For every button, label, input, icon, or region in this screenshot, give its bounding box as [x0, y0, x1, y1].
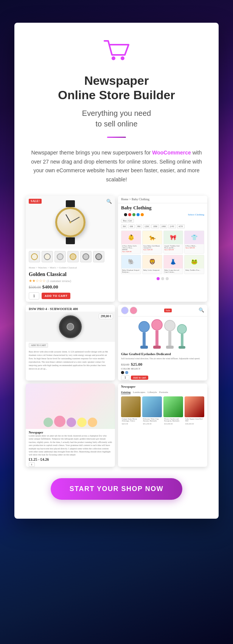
- watch-thumb-1[interactable]: [29, 251, 40, 262]
- baby-product-6[interactable]: 🦁 Baby Letter Jumpsuit: [142, 255, 162, 274]
- subwoofer-description: Bass driver with ultra-wide acoustic dom…: [26, 349, 115, 372]
- art-caption-2: Delaware Water Gap Zarautz, Bartmala: [142, 417, 162, 423]
- watch-thumb-2[interactable]: [42, 251, 53, 262]
- baby-product-1[interactable]: 👶 4 Piece Baby Girl's Allover Nou... $45…: [121, 231, 141, 254]
- color-dot-green[interactable]: [132, 213, 135, 216]
- size-1[interactable]: 3M: [121, 225, 127, 228]
- size-4[interactable]: 12M: [143, 225, 150, 228]
- fan-color-2[interactable]: [130, 307, 137, 314]
- art-cat-landscapes[interactable]: Landscapes: [133, 391, 145, 394]
- macaron-price: £1.25 - £4.26: [29, 457, 112, 462]
- color-dot-black[interactable]: [124, 213, 127, 216]
- search-icon: 🔍: [106, 199, 112, 204]
- fans-display: [118, 317, 207, 351]
- product-tags: Analog, men, Luxury, Unique: [26, 301, 115, 302]
- main-title: Newspaper Online Store Builder: [26, 73, 207, 103]
- size-3[interactable]: 9M: [136, 225, 142, 228]
- start-shop-button[interactable]: START YOUR SHOP NOW: [51, 478, 183, 500]
- watch-thumb-4[interactable]: [67, 251, 79, 262]
- fan-blue: [138, 321, 150, 349]
- size-8[interactable]: 4/5Y: [177, 225, 185, 228]
- art-screenshot: Newspaper Painting Landscapes Lifestyle …: [118, 384, 207, 467]
- baby-product-2[interactable]: 🐆 Gara Baby Girl Black Animal Pr... Save…: [142, 231, 162, 254]
- product-breadcrumb: Home > Watches > Men's > Golden Classica…: [26, 265, 115, 271]
- qty-add-row: 1 ADD TO CART: [26, 291, 115, 301]
- art-cat-painting[interactable]: Painting: [121, 391, 130, 394]
- watch-face: [55, 207, 85, 237]
- color-dot-blue[interactable]: [137, 213, 140, 216]
- watch-strap-top: [66, 200, 75, 207]
- macaron-yellow: [77, 418, 87, 427]
- svg-point-0: [112, 56, 115, 60]
- svg-point-1: [121, 56, 124, 60]
- macaron-peach: [88, 418, 97, 427]
- fan-screenshot: Sale 🔍: [118, 305, 207, 380]
- fan-stem-pink: [155, 331, 158, 346]
- screenshots-row-3: Newspaper Lorem ipsum dolor sit amet tab…: [26, 384, 207, 467]
- fan-color-blue-opt[interactable]: [125, 371, 128, 374]
- fan-base-pink: [153, 346, 161, 349]
- fan-price-new: $25.00: [131, 362, 142, 366]
- watch-main-image: [26, 196, 115, 249]
- quantity-input[interactable]: 1: [29, 292, 39, 299]
- select-clothing[interactable]: Select Clothing: [188, 213, 204, 216]
- fan-add-row: 1 Add to cart: [121, 375, 204, 380]
- fan-quantity[interactable]: 1: [121, 375, 129, 380]
- macaron-brand: Newspaper: [29, 431, 112, 434]
- macarons-stack: [43, 416, 97, 427]
- fan-search-icon: 🔍: [199, 307, 204, 313]
- fan-color-1[interactable]: [121, 307, 129, 314]
- baby-product-3[interactable]: 🎀 4 pack 'Toddler Girl Pack and Re... Sa…: [163, 231, 183, 254]
- page-dot-2[interactable]: [161, 277, 164, 280]
- art-cat-portraits[interactable]: Portraits: [159, 391, 168, 394]
- category-title: Baby Clothing: [118, 203, 207, 212]
- fan-add-to-cart[interactable]: Add to cart: [131, 376, 148, 380]
- main-card: Newspaper Online Store Builder Everythin…: [14, 23, 219, 519]
- macaron-qty[interactable]: 1: [29, 462, 35, 467]
- baby-product-8[interactable]: 🐸 Baby Toddler Pea...: [184, 255, 204, 274]
- art-item-1[interactable]: Campo Santa Maria Zobenigo, Venice $423.…: [121, 396, 141, 427]
- page-dot-3[interactable]: [166, 277, 169, 280]
- art-caption-1: Campo Santa Maria Zobenigo, Venice: [121, 417, 141, 423]
- fan-title: Glue Grafted Eyelashes Dedicated: [121, 352, 204, 357]
- watch-thumb-5[interactable]: [80, 251, 92, 262]
- center-dot: [70, 221, 71, 223]
- woocommerce-link[interactable]: WooCommerce: [152, 150, 191, 156]
- size-6[interactable]: 24M: [160, 225, 167, 228]
- baby-product-7[interactable]: 👗 Baby Long-sleeved Cam Colour...: [163, 255, 183, 274]
- speaker-inner: [67, 323, 74, 331]
- art-price-3: $10,000.00: [163, 423, 183, 425]
- watch-thumb-3[interactable]: [54, 251, 66, 262]
- watch-thumb-6[interactable]: [93, 251, 104, 262]
- macarons-screenshot: Newspaper Lorem ipsum dolor sit amet tab…: [26, 384, 115, 467]
- size-5[interactable]: 18M: [151, 225, 158, 228]
- color-dot-red[interactable]: [128, 213, 131, 216]
- baby-product-4[interactable]: 👕 6 Piece Mult... Save $20.00: [184, 231, 204, 254]
- macarons-image: [26, 384, 115, 429]
- baby-product-grid: 👶 4 Piece Baby Girl's Allover Nou... $45…: [118, 229, 207, 276]
- add-to-cart-button[interactable]: ADD TO CART: [42, 293, 70, 299]
- size-7[interactable]: 2/4Y: [168, 225, 176, 228]
- art-item-3[interactable]: Flower Garden and European, Bartmala $10…: [163, 396, 183, 427]
- sub-price-badge: 299,00 €: [99, 313, 113, 319]
- divider: [107, 137, 126, 138]
- art-item-2[interactable]: Delaware Water Gap Zarautz, Bartmala $91…: [142, 396, 162, 427]
- color-dot-orange[interactable]: [141, 213, 144, 216]
- art-item-4[interactable]: Lake Square from Red Hill $38,600.00: [185, 396, 204, 427]
- art-price-2: $91,200.00: [142, 423, 162, 425]
- fan-base-blue: [140, 346, 148, 349]
- fan-color-black[interactable]: [121, 371, 124, 374]
- subwoofer-title: DSW PRO 4 - SUBWOOFER 400: [26, 305, 115, 312]
- fan-sale-badge: Sale: [164, 309, 172, 312]
- art-caption-4: Lake Square from Red Hill: [185, 417, 204, 423]
- gender-filter[interactable]: Boy | Girl: [121, 219, 134, 223]
- size-2[interactable]: 6M: [128, 225, 134, 228]
- art-cat-lifestyle[interactable]: Lifestyle: [148, 391, 157, 394]
- watch-screenshot: SALE! 🔍: [26, 196, 115, 302]
- baby-product-5[interactable]: 🐘 Baby Elephant Striped Bodysui...: [121, 255, 141, 274]
- page-dot-1[interactable]: [157, 277, 160, 280]
- fan-head-blue: [138, 321, 150, 332]
- color-filter: [121, 212, 147, 217]
- add-to-cart-mini[interactable]: ADD TO CART: [29, 343, 48, 348]
- art-price-4: $38,600.00: [185, 423, 204, 425]
